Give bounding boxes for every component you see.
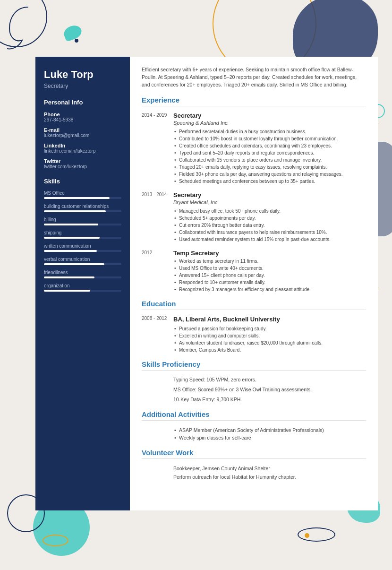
experience-list: 2014 - 2019 Secretary Speering & Ashland… [142,112,366,293]
skill-bar-background [44,250,121,252]
spacer [142,465,168,482]
activities-list: ASAP Member (American Society of Adminis… [142,426,366,442]
edu-date: 2008 - 2012 [142,316,168,354]
skill-item: organization [44,283,121,292]
bullet-item: Typed and sent 5–20 daily reports and re… [173,149,366,156]
skill-item: verbal communication [44,257,121,265]
contact-email: E-mail lukeztorp@gmail.com [44,127,121,138]
bullet-item: Responded to 10+ customer emails daily. [173,279,366,286]
skill-item: written communication [44,243,121,252]
skill-bar-fill [44,197,110,199]
bullet-item: Performed secretarial duties in a busy c… [173,128,366,135]
bullet-item: Answered 15+ client phone calls per day. [173,272,366,279]
contact-phone: Phone 267-841-5938 [44,112,121,122]
bullet-item: Managed busy office, took 50+ phone call… [173,207,366,215]
skill-bar-background [44,224,121,225]
phone-label: Phone [44,112,121,117]
skill-bar-background [44,263,121,265]
exp-date: 2014 - 2019 [142,112,168,185]
email-value: lukeztorp@gmail.com [44,133,121,138]
bullet-item: Cut errors 20% through better data entry… [173,222,366,229]
volunteer-text: Bookkeeper, Jemsen County Animal Shelter… [173,465,296,482]
email-label: E-mail [44,127,121,133]
bullet-item: Scheduled 5+ appointments per day. [173,215,366,222]
resume-container: Luke Torp Secretary Personal Info Phone … [35,57,378,510]
volunteer-list: Bookkeeper, Jemsen County Animal Shelter… [142,465,366,482]
exp-body: Secretary Bryant Medical, Inc. Managed b… [173,191,366,243]
skills-proficiency-item: MS Office: Scored 93%+ on 3 Wise Owl Tra… [142,386,366,394]
skill-bar-fill [44,263,104,265]
activity-item: Weekly spin classes for self-care [173,434,324,442]
activities-container: ASAP Member (American Society of Adminis… [142,426,366,442]
exp-body: Secretary Speering & Ashland Inc. Perfor… [173,112,366,185]
volunteer-container: Bookkeeper, Jemsen County Animal Shelter… [142,465,366,482]
skill-name: friendliness [44,270,121,275]
skill-bar-fill [44,250,97,252]
personal-info-heading: Personal Info [44,99,121,106]
experience-item: 2012 Temp Secretary Worked as temp secre… [142,250,366,293]
skills-prof-text: MS Office: Scored 93%+ on 3 Wise Owl Tra… [173,386,312,394]
spacer [142,396,168,404]
bullet-item: Collaborated with 15 vendors to place or… [173,156,366,164]
summary-text: Efficient secretary with 6+ years of exp… [142,66,366,88]
skill-name: verbal communication [44,257,121,262]
linkedin-value: linkedin.com/in/lukeztorp [44,148,121,154]
bullet-item: Triaged 20+ emails daily, replying to ea… [173,164,366,171]
main-content: Efficient secretary with 6+ years of exp… [130,57,378,510]
deco-navy-dot-top [75,39,78,43]
deco-oval-bottom-left [43,535,68,546]
sidebar: Luke Torp Secretary Personal Info Phone … [35,57,130,510]
education-heading: Education [142,300,366,310]
experience-heading: Experience [142,96,366,106]
exp-bullets: Worked as temp secretary in 11 firms.Use… [173,258,366,293]
skill-item: friendliness [44,270,121,278]
exp-date: 2013 - 2014 [142,191,168,243]
exp-company: Bryant Medical, Inc. [173,199,366,205]
exp-bullets: Performed secretarial duties in a busy c… [173,128,366,185]
skill-item: shipping [44,230,121,239]
person-name: Luke Torp [44,69,121,81]
volunteer-text-item: Perform outreach for local Habitat for H… [173,473,296,482]
deco-oval-bottom-right [298,527,335,542]
spacer [142,386,168,394]
skill-item: building customer relationships [44,204,121,212]
spacer [142,376,168,384]
volunteer-heading: Volunteer Work [142,449,366,459]
bullet-item: Worked as temp secretary in 11 firms. [173,258,366,265]
skill-name: MS Office [44,190,121,196]
exp-job-title: Secretary [173,191,366,199]
skills-proficiency-heading: Skills Proficiency [142,360,366,371]
skill-name: building customer relationships [44,204,121,209]
skill-bar-fill [44,276,94,278]
edu-bullet: As volunteer student fundraiser, raised … [173,339,366,346]
skill-name: shipping [44,230,121,235]
skill-bar-background [44,237,121,239]
skill-bar-fill [44,290,90,292]
deco-dot-bottom-right [305,533,309,538]
skill-bar-background [44,197,121,199]
skill-name: organization [44,283,121,288]
skill-name: written communication [44,243,121,249]
bullet-item: Collaborated with insurance payers to he… [173,229,366,236]
edu-degree: BA, Liberal Arts, Bucknell University [173,316,366,323]
exp-bullets: Managed busy office, took 50+ phone call… [173,207,366,243]
edu-bullet: Excelled in writing and computer skills. [173,332,366,339]
activities-bullets: ASAP Member (American Society of Adminis… [173,426,324,442]
contact-linkedin: LinkedIn linkedin.com/in/lukeztorp [44,143,121,154]
education-item: 2008 - 2012 BA, Liberal Arts, Bucknell U… [142,316,366,354]
deco-teal-blob-top [62,23,83,42]
linkedin-label: LinkedIn [44,143,121,148]
skills-proficiency-item: 10-Key Data Entry: 9,700 KPH. [142,396,366,404]
contact-twitter: Twitter twitter.com/lukeztorp [44,158,121,169]
exp-job-title: Temp Secretary [173,250,366,257]
skills-prof-text: 10-Key Data Entry: 9,700 KPH. [173,396,242,404]
bullet-item: Scheduled meetings and conferences betwe… [173,178,366,185]
bullet-item: Used MS Office to write 40+ documents. [173,265,366,272]
edu-bullet: Pursued a passion for bookkeeping study. [173,325,366,332]
activity-item: ASAP Member (American Society of Adminis… [173,426,324,434]
deco-circle-top-left [0,0,47,47]
skill-bar-fill [44,237,100,239]
bullet-item: Recognized by 3 managers for efficiency … [173,286,366,293]
skills-proficiency-item: Typing Speed: 105 WPM, zero errors. [142,376,366,384]
skill-item: billing [44,217,121,225]
